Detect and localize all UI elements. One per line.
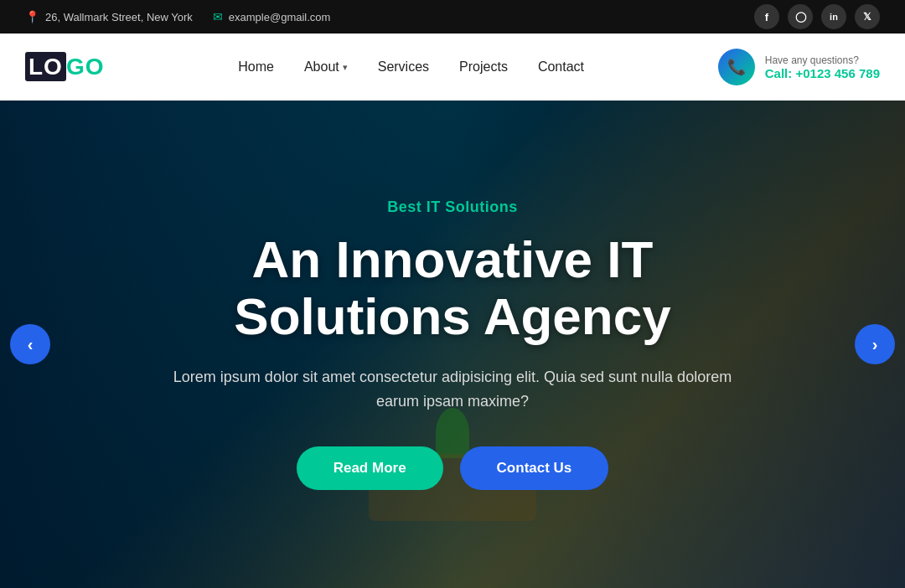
arrow-right-icon: ›: [872, 335, 878, 354]
logo-lo: LO: [25, 52, 66, 81]
read-more-button[interactable]: Read More: [297, 446, 443, 490]
nav-services[interactable]: Services: [378, 59, 429, 75]
header-contact: 📞 Have any questions? Call: +0123 456 78…: [718, 49, 880, 85]
logo-go: GO: [66, 54, 105, 80]
twitter-icon[interactable]: 𝕏: [855, 4, 880, 29]
hero-content: Best IT Solutions An Innovative IT Solut…: [151, 199, 754, 491]
instagram-icon[interactable]: ◯: [788, 4, 813, 29]
top-bar: 📍 26, Wallmark Street, New York ✉ exampl…: [0, 0, 905, 34]
contact-us-button[interactable]: Contact Us: [460, 446, 609, 490]
header: LOGO Home About ▾ Services Projects Cont…: [0, 34, 905, 101]
hero-subtitle: Best IT Solutions: [168, 199, 737, 216]
linkedin-icon[interactable]: in: [821, 4, 846, 29]
hero-description: Lorem ipsum dolor sit amet consectetur a…: [168, 365, 737, 414]
arrow-left-icon: ‹: [28, 335, 34, 354]
top-bar-left: 📍 26, Wallmark Street, New York ✉ exampl…: [25, 10, 330, 23]
main-nav: Home About ▾ Services Projects Contact: [238, 59, 584, 75]
address-item: 📍 26, Wallmark Street, New York: [25, 10, 193, 23]
email-icon: ✉: [213, 10, 223, 23]
email-text: example@gmail.com: [229, 11, 331, 23]
about-chevron: ▾: [343, 62, 348, 73]
hero-title: An Innovative IT Solutions Agency: [168, 231, 737, 345]
hero-section: ‹ › Best IT Solutions An Innovative IT S…: [0, 101, 905, 588]
nav-home[interactable]: Home: [238, 59, 274, 75]
carousel-prev-button[interactable]: ‹: [10, 324, 50, 364]
nav-about[interactable]: About ▾: [304, 59, 348, 75]
facebook-icon[interactable]: f: [754, 4, 779, 29]
carousel-next-button[interactable]: ›: [855, 324, 895, 364]
phone-icon: 📞: [718, 49, 755, 85]
contact-text: Have any questions? Call: +0123 456 789: [765, 54, 880, 80]
address-text: 26, Wallmark Street, New York: [45, 11, 193, 23]
email-item: ✉ example@gmail.com: [213, 10, 331, 23]
hero-buttons: Read More Contact Us: [168, 446, 737, 490]
nav-contact[interactable]: Contact: [538, 59, 584, 75]
social-links: f ◯ in 𝕏: [754, 4, 880, 29]
nav-projects[interactable]: Projects: [459, 59, 508, 75]
contact-label: Have any questions?: [765, 54, 880, 66]
location-icon: 📍: [25, 10, 39, 23]
contact-number: Call: +0123 456 789: [765, 66, 880, 80]
logo[interactable]: LOGO: [25, 54, 104, 80]
